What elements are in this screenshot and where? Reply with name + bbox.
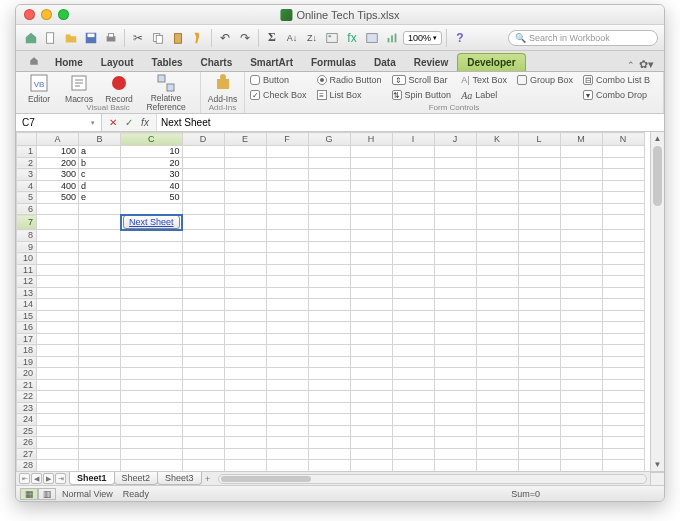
cell[interactable] [350, 146, 392, 158]
tab-first-icon[interactable]: ⇤ [19, 473, 30, 484]
cell[interactable] [602, 345, 644, 357]
cell[interactable] [602, 414, 644, 426]
cell[interactable] [476, 241, 518, 253]
toolbox-icon[interactable]: fx [343, 29, 361, 47]
cell[interactable] [476, 368, 518, 380]
cell[interactable] [79, 322, 121, 334]
cell[interactable] [79, 333, 121, 345]
cell[interactable] [350, 203, 392, 215]
column-header[interactable]: I [392, 133, 434, 146]
fc-textbox[interactable]: A|Text Box [461, 73, 507, 87]
cell[interactable] [121, 241, 183, 253]
cell[interactable] [602, 460, 644, 472]
cell[interactable] [350, 192, 392, 204]
cell[interactable] [121, 276, 183, 288]
cell[interactable]: 50 [121, 192, 183, 204]
cell[interactable] [308, 322, 350, 334]
cell[interactable] [434, 299, 476, 311]
cell[interactable] [434, 322, 476, 334]
cell[interactable] [79, 276, 121, 288]
cell[interactable] [266, 448, 308, 460]
cell[interactable] [560, 448, 602, 460]
cell[interactable] [476, 460, 518, 472]
cell[interactable] [121, 203, 183, 215]
row-header[interactable]: 21 [17, 379, 37, 391]
cell[interactable] [434, 379, 476, 391]
cell[interactable] [602, 333, 644, 345]
cell[interactable] [79, 203, 121, 215]
cell[interactable] [476, 253, 518, 265]
cell[interactable] [602, 368, 644, 380]
cell[interactable] [37, 322, 79, 334]
cell[interactable] [350, 180, 392, 192]
cell[interactable] [37, 215, 79, 230]
cell[interactable] [434, 203, 476, 215]
cell[interactable] [518, 299, 560, 311]
cell[interactable] [182, 402, 224, 414]
cell[interactable] [37, 287, 79, 299]
column-header[interactable]: H [350, 133, 392, 146]
cell[interactable] [182, 287, 224, 299]
cell[interactable] [79, 299, 121, 311]
cell[interactable] [392, 169, 434, 181]
row-header[interactable]: 27 [17, 448, 37, 460]
cell[interactable] [392, 230, 434, 242]
row-header[interactable]: 26 [17, 437, 37, 449]
tab-formulas[interactable]: Formulas [302, 54, 365, 71]
cell[interactable] [308, 437, 350, 449]
cell[interactable] [392, 241, 434, 253]
paste-icon[interactable] [169, 29, 187, 47]
cell[interactable] [121, 264, 183, 276]
cell[interactable] [308, 241, 350, 253]
column-header[interactable]: K [476, 133, 518, 146]
cell[interactable] [350, 414, 392, 426]
help-icon[interactable]: ? [451, 29, 469, 47]
fc-scrollbar[interactable]: ⇕Scroll Bar [392, 73, 452, 87]
cell[interactable] [434, 460, 476, 472]
cell[interactable] [308, 276, 350, 288]
cell[interactable] [560, 333, 602, 345]
cell[interactable] [182, 391, 224, 403]
cell[interactable] [518, 460, 560, 472]
cell[interactable] [602, 448, 644, 460]
scroll-thumb[interactable] [653, 146, 662, 206]
cell[interactable] [476, 230, 518, 242]
cell[interactable] [476, 356, 518, 368]
cell[interactable] [434, 192, 476, 204]
cell[interactable] [182, 203, 224, 215]
cell[interactable] [182, 356, 224, 368]
cell[interactable] [434, 368, 476, 380]
cell[interactable] [518, 425, 560, 437]
cell[interactable]: 40 [121, 180, 183, 192]
tab-review[interactable]: Review [405, 54, 457, 71]
cell[interactable] [224, 391, 266, 403]
cell[interactable] [308, 264, 350, 276]
cell[interactable] [79, 448, 121, 460]
cell[interactable] [182, 264, 224, 276]
cell[interactable] [434, 310, 476, 322]
cell[interactable] [182, 180, 224, 192]
cell[interactable] [121, 287, 183, 299]
cell[interactable] [602, 230, 644, 242]
cell[interactable] [434, 230, 476, 242]
cell[interactable] [518, 356, 560, 368]
fc-button[interactable]: Button [250, 73, 307, 87]
cell[interactable] [182, 169, 224, 181]
cell[interactable] [79, 310, 121, 322]
cell[interactable] [434, 276, 476, 288]
cell[interactable] [266, 414, 308, 426]
cell[interactable] [602, 180, 644, 192]
cell[interactable]: 100 [37, 146, 79, 158]
cell[interactable] [560, 203, 602, 215]
cell[interactable] [476, 322, 518, 334]
cell[interactable]: c [79, 169, 121, 181]
cell[interactable] [434, 391, 476, 403]
cell[interactable]: e [79, 192, 121, 204]
cell[interactable] [602, 402, 644, 414]
cell[interactable] [392, 310, 434, 322]
cell[interactable] [79, 241, 121, 253]
sheet-tab[interactable]: Sheet1 [69, 472, 115, 485]
cell[interactable] [602, 215, 644, 230]
cell[interactable] [392, 448, 434, 460]
cell[interactable] [224, 157, 266, 169]
